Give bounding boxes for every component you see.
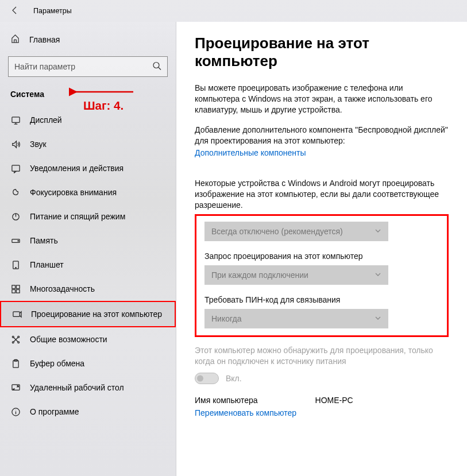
svg-rect-13 [13,311,19,316]
svg-point-6 [17,240,18,241]
remote-icon [10,382,21,393]
display-icon [10,115,21,125]
svg-rect-2 [11,117,19,122]
sidebar-item-label: Многозадачность [30,284,95,293]
svg-rect-12 [16,289,20,293]
sidebar-item-label: Дисплей [30,115,62,125]
rename-pc-link[interactable]: Переименовать компьютер [195,408,296,417]
power-icon [10,211,21,222]
permission-text: Некоторые устройства с Windows и Android… [195,178,449,211]
optional-features-link[interactable]: Дополнительные компоненты [195,148,306,157]
sidebar-item-projecting[interactable]: Проецирование на этот компьютер [0,301,176,327]
storage-icon [10,235,21,246]
sidebar-item-about[interactable]: О программе [0,400,176,424]
pc-name-label: Имя компьютера [195,396,258,405]
sidebar-item-display[interactable]: Дисплей [0,108,176,132]
sidebar-item-remote[interactable]: Удаленный рабочий стол [0,376,176,400]
focus-icon [10,187,21,198]
toggle-label: Вкл. [226,374,242,383]
sidebar-item-label: Звук [30,140,47,149]
svg-rect-3 [11,165,19,171]
sidebar-item-label: Удаленный рабочий стол [30,383,124,392]
power-toggle[interactable] [195,373,219,384]
sidebar-category-label: Система [10,90,44,99]
sidebar-item-power[interactable]: Питание и спящий режим [0,204,176,229]
sidebar-item-label: О программе [30,407,79,416]
sidebar-item-label: Проецирование на этот компьютер [31,309,162,319]
chevron-down-icon [375,270,381,280]
sidebar-item-focus[interactable]: Фокусировка внимания [0,180,176,204]
pin-label: Требовать ПИН-код для связывания [204,295,439,304]
pin-dropdown[interactable]: Никогда [204,309,388,328]
shared-icon [10,334,21,345]
ask-dropdown[interactable]: При каждом подключении [204,265,388,285]
power-note: Этот компьютер можно обнаружить для прое… [195,345,449,367]
sidebar-item-shared[interactable]: Общие возможности [0,327,176,351]
back-arrow-icon[interactable] [10,6,20,17]
intro-text: Вы можете проецировать изображение с тел… [195,83,449,115]
svg-rect-10 [16,285,20,288]
svg-rect-9 [11,285,15,288]
home-icon [10,34,20,45]
page-title: Проецирование на этот компьютер [195,34,449,70]
availability-dropdown[interactable]: Всегда отключено (рекомендуется) [204,222,388,241]
sidebar-item-label: Питание и спящий режим [30,212,125,221]
dropdown-value: Всегда отключено (рекомендуется) [211,227,343,236]
dropdown-value: Никогда [211,314,241,323]
sidebar-item-label: Буфер обмена [30,359,84,368]
ask-label: Запрос проецирования на этот компьютер [204,251,439,261]
sidebar-item-label: Общие возможности [30,335,107,344]
window-header: Параметры [0,0,467,22]
chevron-down-icon [375,227,381,236]
sidebar-item-clipboard[interactable]: Буфер обмена [0,351,176,376]
sidebar-item-multitasking[interactable]: Многозадачность [0,277,176,301]
sidebar-item-label: Уведомления и действия [30,164,123,173]
sidebar-home[interactable]: Главная [0,28,176,52]
sound-icon [10,139,21,149]
content: Проецирование на этот компьютер Вы может… [176,22,467,476]
sidebar-home-label: Главная [29,35,60,44]
sidebar-item-tablet[interactable]: Планшет [0,253,176,277]
notification-icon [10,163,21,173]
annotation-arrow-icon [69,86,138,98]
svg-point-0 [153,63,159,68]
window-title: Параметры [33,7,72,15]
chevron-down-icon [375,314,381,323]
sidebar-item-label: Планшет [30,260,64,269]
sidebar-item-sound[interactable]: Звук [0,132,176,156]
sidebar-item-notifications[interactable]: Уведомления и действия [0,156,176,180]
projecting-icon [11,309,22,319]
svg-point-8 [15,267,16,268]
svg-rect-11 [11,289,15,293]
clipboard-icon [10,358,21,369]
search-icon [152,61,161,72]
tablet-icon [10,260,21,270]
annotation-highlight-box: Всегда отключено (рекомендуется) Запрос … [195,214,449,337]
sidebar-item-storage[interactable]: Память [0,229,176,253]
search-input[interactable] [8,56,168,77]
dropdown-value: При каждом подключении [211,270,308,280]
info-icon [10,407,21,417]
multitasking-icon [10,284,21,294]
add-feature-text: Добавление дополнительного компонента "Б… [195,125,449,146]
sidebar-category: Система Шаг: 4. [0,82,176,108]
pc-name-value: HOME-PC [315,396,353,405]
sidebar-item-label: Фокусировка внимания [30,188,117,197]
sidebar: Главная Система Шаг: 4. Дисплей Звук [0,22,176,476]
search-field[interactable] [9,62,167,71]
sidebar-item-label: Память [30,236,58,245]
